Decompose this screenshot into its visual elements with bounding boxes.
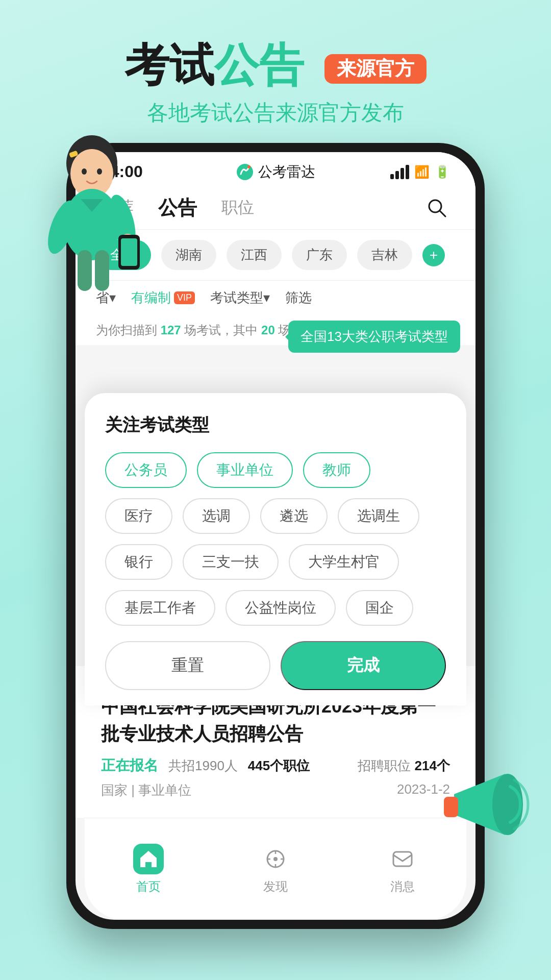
tab-position[interactable]: 职位 — [221, 197, 254, 219]
nav-message[interactable]: 消息 — [387, 844, 418, 895]
region-hunan[interactable]: 湖南 — [161, 240, 216, 270]
svg-point-14 — [82, 168, 87, 175]
tag-teacher[interactable]: 教师 — [303, 452, 370, 488]
tag-village-official[interactable]: 大学生村官 — [289, 544, 399, 580]
nav-discover-label: 发现 — [263, 878, 288, 895]
vip-badge: VIP — [174, 291, 195, 304]
tags-grid: 公务员 事业单位 教师 医疗 选调 遴选 选调生 银行 三支一扶 大学生村官 基… — [105, 452, 446, 626]
nav-message-label: 消息 — [390, 878, 415, 895]
search-icon[interactable] — [423, 194, 450, 221]
tag-xuandiaosheng[interactable]: 选调生 — [338, 498, 419, 534]
tag-medical[interactable]: 医疗 — [105, 498, 172, 534]
svg-rect-25 — [444, 797, 458, 817]
svg-point-15 — [97, 168, 102, 175]
announcement-meta: 正在报名 共招1990人 445个职位 招聘职位 214个 — [101, 756, 450, 775]
tag-bank[interactable]: 银行 — [105, 544, 172, 580]
discover-icon — [260, 844, 291, 874]
reset-button[interactable]: 重置 — [105, 641, 270, 690]
app-name: 公考雷达 — [258, 162, 315, 182]
tag-linxuan[interactable]: 遴选 — [260, 498, 328, 534]
popup-card: 关注考试类型 公务员 事业单位 教师 医疗 选调 遴选 选调生 银行 三支一扶 … — [85, 393, 466, 705]
tag-state-enterprise[interactable]: 国企 — [346, 590, 413, 626]
app-logo-icon — [236, 163, 254, 181]
exam-type-tooltip: 全国13大类公职考试类型 — [288, 321, 460, 353]
tab-announcement[interactable]: 公告 — [158, 195, 197, 221]
app-logo: 公考雷达 — [236, 162, 315, 182]
filter-exam-type[interactable]: 考试类型▾ — [210, 289, 270, 307]
announcement-status: 正在报名 — [101, 756, 158, 775]
battery-icon: 🔋 — [435, 165, 450, 179]
wifi-icon: 📶 — [414, 165, 430, 179]
scan-count1: 127 — [161, 323, 181, 337]
svg-rect-21 — [121, 238, 137, 266]
svg-point-0 — [237, 164, 253, 180]
announcement-category: 国家 | 事业单位 2023-1-2 — [101, 781, 450, 799]
title-black: 考试 — [124, 40, 214, 90]
popup-title: 关注考试类型 — [105, 413, 446, 437]
tag-grassroots[interactable]: 基层工作者 — [105, 590, 215, 626]
scan-count2: 20 — [261, 323, 275, 337]
svg-point-5 — [273, 857, 278, 861]
svg-point-1 — [247, 165, 251, 168]
position-count: 445个职位 — [248, 757, 310, 775]
confirm-button[interactable]: 完成 — [281, 641, 446, 690]
region-guangdong[interactable]: 广东 — [292, 240, 347, 270]
category-label: 国家 | 事业单位 — [101, 781, 191, 799]
svg-rect-23 — [95, 250, 109, 291]
home-icon — [133, 844, 164, 874]
nav-discover[interactable]: 发现 — [260, 844, 291, 895]
popup-buttons: 重置 完成 — [105, 641, 446, 690]
hero-section: 考试公告 来源官方 各地考试公告来源官方发布 — [0, 0, 551, 148]
character-illustration — [41, 133, 143, 298]
signal-bars-icon — [390, 165, 409, 179]
recruit-count: 共招1990人 — [168, 757, 238, 775]
official-badge: 来源官方 — [324, 54, 427, 84]
bottom-nav: 首页 发现 — [85, 818, 466, 920]
nav-home-label: 首页 — [136, 878, 161, 895]
svg-line-3 — [440, 211, 445, 216]
tag-civil-servant[interactable]: 公务员 — [105, 452, 187, 488]
status-icons: 📶 🔋 — [390, 165, 450, 179]
region-jilin[interactable]: 吉林 — [357, 240, 412, 270]
filter-screen[interactable]: 筛选 — [285, 289, 312, 307]
tag-xuandiao[interactable]: 选调 — [183, 498, 250, 534]
tag-public-institution[interactable]: 事业单位 — [197, 452, 293, 488]
tag-sanzhiyifu[interactable]: 三支一扶 — [183, 544, 279, 580]
nav-home[interactable]: 首页 — [133, 844, 164, 895]
region-add-button[interactable]: + — [422, 244, 445, 266]
svg-rect-10 — [393, 852, 412, 866]
title-green: 公告 — [214, 40, 304, 90]
tag-public-welfare[interactable]: 公益性岗位 — [226, 590, 336, 626]
region-jiangxi[interactable]: 江西 — [227, 240, 282, 270]
hero-title: 考试公告 来源官方 — [31, 41, 520, 90]
svg-rect-22 — [78, 250, 92, 291]
megaphone-illustration — [434, 758, 536, 863]
message-icon — [387, 844, 418, 874]
hero-subtitle: 各地考试公告来源官方发布 — [31, 99, 520, 127]
